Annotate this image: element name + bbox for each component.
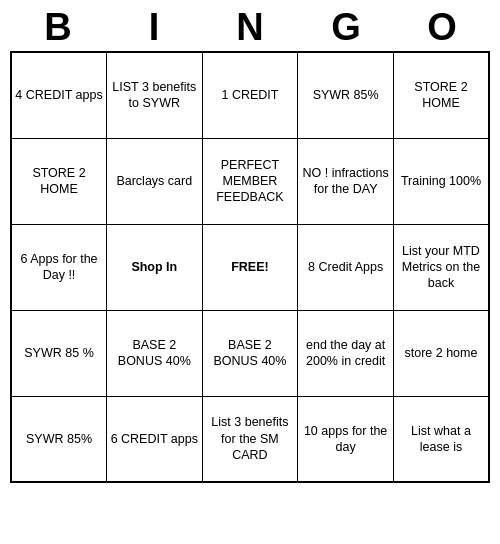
cell-0-2: 1 CREDIT xyxy=(202,52,298,138)
cell-3-4: store 2 home xyxy=(393,310,489,396)
table-row: STORE 2 HOME Barclays card PERFECT MEMBE… xyxy=(11,138,489,224)
cell-1-0: STORE 2 HOME xyxy=(11,138,107,224)
cell-4-1: 6 CREDIT apps xyxy=(107,396,203,482)
cell-3-3: end the day at 200% in credit xyxy=(298,310,394,396)
cell-2-1: Shop In xyxy=(107,224,203,310)
cell-4-2: List 3 benefits for the SM CARD xyxy=(202,396,298,482)
bingo-header: B I N G O xyxy=(10,0,490,51)
cell-0-4: STORE 2 HOME xyxy=(393,52,489,138)
cell-4-3: 10 apps for the day xyxy=(298,396,394,482)
table-row: 4 CREDIT apps LIST 3 benefits to SYWR 1 … xyxy=(11,52,489,138)
cell-2-3: 8 Credit Apps xyxy=(298,224,394,310)
cell-3-0: SYWR 85 % xyxy=(11,310,107,396)
cell-0-3: SYWR 85% xyxy=(298,52,394,138)
cell-1-2: PERFECT MEMBER FEEDBACK xyxy=(202,138,298,224)
header-b: B xyxy=(13,6,103,49)
cell-1-3: NO ! infractions for the DAY xyxy=(298,138,394,224)
header-g: G xyxy=(301,6,391,49)
header-n: N xyxy=(205,6,295,49)
cell-4-0: SYWR 85% xyxy=(11,396,107,482)
cell-0-1: LIST 3 benefits to SYWR xyxy=(107,52,203,138)
cell-3-1: BASE 2 BONUS 40% xyxy=(107,310,203,396)
cell-1-1: Barclays card xyxy=(107,138,203,224)
bingo-table: 4 CREDIT apps LIST 3 benefits to SYWR 1 … xyxy=(10,51,490,483)
table-row: SYWR 85% 6 CREDIT apps List 3 benefits f… xyxy=(11,396,489,482)
cell-0-0: 4 CREDIT apps xyxy=(11,52,107,138)
table-row: 6 Apps for the Day !! Shop In FREE! 8 Cr… xyxy=(11,224,489,310)
cell-4-4: List what a lease is xyxy=(393,396,489,482)
cell-2-4: List your MTD Metrics on the back xyxy=(393,224,489,310)
cell-2-2-free: FREE! xyxy=(202,224,298,310)
cell-3-2: BASE 2 BONUS 40% xyxy=(202,310,298,396)
cell-1-4: Training 100% xyxy=(393,138,489,224)
table-row: SYWR 85 % BASE 2 BONUS 40% BASE 2 BONUS … xyxy=(11,310,489,396)
header-i: I xyxy=(109,6,199,49)
cell-2-0: 6 Apps for the Day !! xyxy=(11,224,107,310)
header-o: O xyxy=(397,6,487,49)
